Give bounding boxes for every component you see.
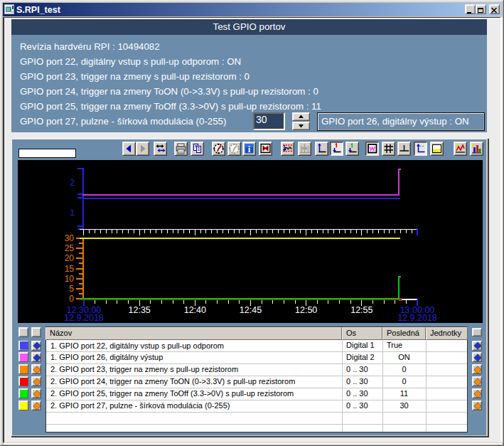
svg-text:12:45: 12:45 — [240, 305, 262, 315]
svg-text:15: 15 — [65, 264, 75, 274]
svg-text:10: 10 — [65, 274, 75, 284]
svg-text:12:40: 12:40 — [184, 305, 206, 315]
svg-text:2: 2 — [70, 178, 75, 188]
svg-text:20: 20 — [65, 253, 75, 263]
svg-text:5: 5 — [69, 284, 74, 294]
svg-text:12:35: 12:35 — [129, 305, 151, 315]
svg-text:12.9.2018: 12.9.2018 — [64, 313, 104, 323]
svg-text:12:50: 12:50 — [295, 305, 317, 315]
svg-text:0: 0 — [69, 294, 74, 304]
svg-text:30: 30 — [65, 233, 75, 243]
svg-text:12:55: 12:55 — [350, 305, 372, 315]
svg-text:i: i — [248, 144, 251, 154]
svg-text:1: 1 — [70, 208, 75, 218]
svg-text:12.9.2018: 12.9.2018 — [397, 313, 437, 323]
svg-text:25: 25 — [65, 243, 75, 253]
